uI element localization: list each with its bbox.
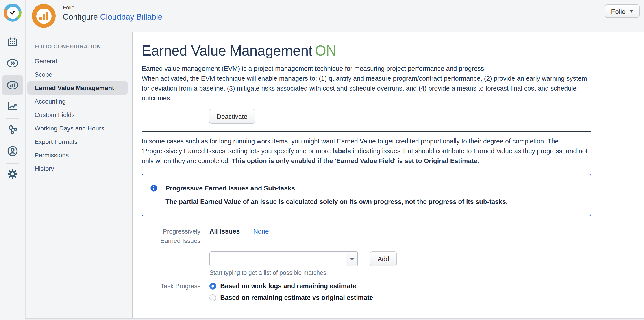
section-title: Earned Value ManagementON (142, 42, 591, 59)
intro-line-2: When activated, the EVM technique will e… (142, 75, 587, 102)
progressive-paragraph-bold1: labels (332, 147, 351, 155)
info-box-body: The partial Earned Value of an issue is … (166, 198, 508, 205)
folio-bars-icon (36, 8, 51, 23)
sidebar-item-general[interactable]: General (25, 54, 132, 68)
dropdown-arrow-icon (350, 258, 354, 260)
folio-menu-button[interactable]: Folio (605, 4, 640, 18)
all-issues-option[interactable]: All Issues (210, 227, 240, 236)
progressive-paragraph-bold2: This option is only enabled if the 'Earn… (232, 157, 479, 164)
task-progress-option-remaining-vs-original[interactable]: Based on remaining estimate vs original … (210, 293, 373, 302)
trending-up-icon[interactable] (4, 97, 22, 115)
folio-menu-label: Folio (611, 7, 626, 15)
progressively-earned-issues-label: ProgressivelyEarned Issues (142, 227, 200, 246)
page-title: Configure Cloudbay Billable (63, 12, 162, 22)
section-title-text: Earned Value Management (142, 42, 312, 59)
share-icon[interactable] (4, 121, 22, 138)
app-label: Folio (63, 4, 162, 11)
sidebar-item-history[interactable]: History (25, 162, 132, 175)
config-sidebar: FOLIO CONFIGURATION General Scope Earned… (25, 32, 133, 319)
radio-selected-icon[interactable] (210, 283, 216, 289)
task-progress-options: Based on work logs and remaining estimat… (210, 282, 373, 302)
info-box: Progressive Earned Issues and Sub-tasks … (142, 174, 591, 216)
folio-chart-icon[interactable] (2, 75, 23, 95)
info-icon (150, 185, 158, 192)
sidebar-item-export-formats[interactable]: Export Formats (25, 135, 132, 148)
status-badge: ON (315, 42, 336, 59)
page-title-prefix: Configure (63, 12, 98, 21)
main-content: Earned Value ManagementON Earned value m… (133, 32, 644, 319)
account-icon[interactable] (4, 142, 22, 160)
sidebar-item-accounting[interactable]: Accounting (25, 95, 132, 108)
radio-unselected-icon[interactable] (210, 294, 216, 301)
input-helper-text: Start typing to get a list of possible m… (210, 269, 591, 276)
icon-rail (0, 0, 26, 320)
labels-input[interactable] (212, 252, 345, 267)
intro-line-1: Earned value management (EVM) is a proje… (142, 65, 486, 72)
calendar-icon[interactable] (4, 33, 22, 51)
tempo-logo[interactable] (4, 3, 22, 21)
none-option-link[interactable]: None (253, 227, 269, 236)
sidebar-item-permissions[interactable]: Permissions (25, 148, 132, 162)
page-bottom-edge (25, 318, 644, 320)
sidebar-item-earned-value-management[interactable]: Earned Value Management (27, 81, 128, 95)
task-progress-option-worklogs[interactable]: Based on work logs and remaining estimat… (210, 282, 373, 291)
add-button[interactable]: Add (370, 251, 397, 266)
fast-forward-icon[interactable] (4, 54, 22, 72)
section-divider (142, 131, 591, 132)
progressive-paragraph: In some cases such as for long running w… (142, 136, 591, 166)
app-root: Folio Configure Cloudbay Billable Folio … (0, 0, 644, 320)
deactivate-button[interactable]: Deactivate (209, 109, 255, 124)
sidebar-item-scope[interactable]: Scope (25, 68, 132, 81)
rail-divider (6, 118, 19, 119)
rail-divider (6, 163, 19, 164)
labels-select (210, 251, 358, 266)
sidebar-item-working-days-and-hours[interactable]: Working Days and Hours (25, 121, 132, 135)
page-header: Folio Configure Cloudbay Billable Folio (25, 0, 644, 32)
folio-app-logo (32, 4, 56, 28)
folio-name-link[interactable]: Cloudbay Billable (100, 12, 162, 21)
tempo-logo-check-icon (6, 6, 18, 18)
settings-icon[interactable] (4, 165, 22, 183)
sidebar-heading: FOLIO CONFIGURATION (34, 43, 132, 50)
intro-paragraph: Earned value management (EVM) is a proje… (142, 64, 591, 103)
task-progress-label: Task Progress (142, 282, 200, 291)
chevron-down-icon (629, 10, 634, 12)
info-box-title: Progressive Earned Issues and Sub-tasks (166, 185, 508, 192)
sidebar-item-custom-fields[interactable]: Custom Fields (25, 108, 132, 121)
select-dropdown-button[interactable] (346, 252, 358, 266)
